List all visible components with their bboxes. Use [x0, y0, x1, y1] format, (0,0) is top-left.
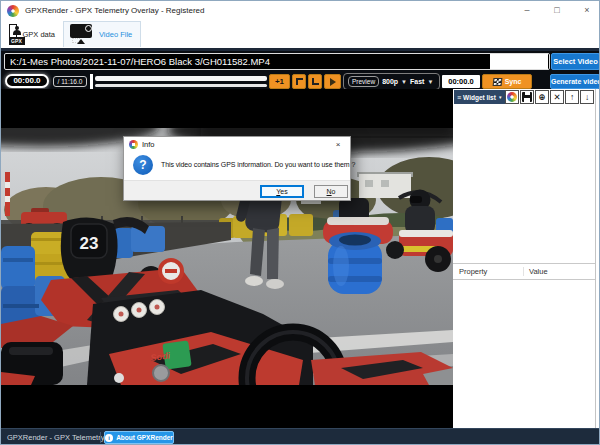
path-field-endcap	[490, 54, 548, 69]
info-icon: i	[105, 434, 113, 442]
save-widgets-button[interactable]	[520, 90, 534, 104]
speed-select[interactable]: Fast	[410, 78, 424, 85]
move-widget-down-button[interactable]: ↓	[580, 90, 594, 104]
mark-start-button[interactable]	[292, 74, 306, 89]
caret-down-icon: ▾	[499, 94, 502, 100]
status-bar: GPXRender - GPX Telemetry Overlay i Abou…	[1, 428, 599, 445]
preview-settings-group: Preview 800p ▼ Fast ▼	[343, 73, 440, 90]
panel-scroll-gutter	[595, 89, 596, 428]
status-divider	[100, 432, 101, 443]
play-icon	[330, 78, 336, 86]
widget-panel: ≡ Widget list ▾ ⊕ ✕ ↑ ↓ Property Value	[453, 89, 600, 428]
select-video-button[interactable]: Select Video	[551, 53, 600, 70]
video-path-field[interactable]: K:/1-Mes Photos/2021-11-07/HERO6 Black 3…	[4, 53, 550, 70]
resolution-select[interactable]: 800p	[382, 78, 398, 85]
tab-video-file[interactable]: Video File	[63, 21, 141, 47]
app-logo-icon	[7, 5, 19, 17]
dialog-message: This video contains GPS information. Do …	[161, 161, 355, 168]
blue-tire-stack	[328, 232, 382, 294]
no-button[interactable]: No	[314, 185, 348, 198]
tab-bar: GPX GPX data Video File	[1, 21, 599, 48]
dialog-app-icon	[129, 140, 138, 149]
about-button-label: About GPXRender	[116, 434, 173, 441]
play-button[interactable]	[324, 74, 341, 89]
seek-bar[interactable]	[90, 74, 268, 89]
property-table-body	[453, 280, 596, 428]
hamburger-icon: ≡	[457, 94, 461, 101]
track-pole	[5, 172, 10, 216]
sync-timecode-field[interactable]: 00:00.0	[442, 75, 480, 88]
move-widget-up-button[interactable]: ↑	[565, 90, 579, 104]
camera-icon	[70, 24, 94, 45]
mark-start-icon	[296, 78, 303, 85]
about-button[interactable]: i About GPXRender	[104, 431, 174, 444]
seek-handle[interactable]	[90, 74, 93, 89]
sync-button[interactable]: Sync	[482, 74, 532, 89]
property-table-header: Property Value	[453, 263, 596, 280]
speed-dropdown-icon[interactable]: ▼	[427, 79, 433, 85]
generate-video-button[interactable]: Generate video	[550, 74, 600, 89]
title-bar: GPXRender - GPX Telemetry Overlay - Regi…	[1, 1, 599, 21]
dialog-close-button[interactable]: ×	[331, 140, 345, 149]
checkered-flag-icon	[492, 78, 502, 86]
total-duration: / 11:16.0	[53, 76, 87, 87]
window-title: GPXRender - GPX Telemetry Overlay - Regi…	[25, 1, 204, 21]
yes-button[interactable]: Yes	[260, 185, 304, 198]
kart-number: 23	[80, 234, 99, 253]
video-toolbar-strip: K:/1-Mes Photos/2021-11-07/HERO6 Black 3…	[1, 48, 599, 89]
mark-end-button[interactable]	[308, 74, 322, 89]
current-timecode: 00:00.0	[5, 74, 49, 88]
property-column-header: Property	[453, 267, 523, 276]
add-widget-button[interactable]: ⊕	[535, 90, 549, 104]
seek-secondary-bar	[95, 84, 267, 87]
plus-one-frame-button[interactable]: +1	[269, 74, 290, 89]
mark-end-icon	[312, 78, 319, 85]
value-column-header: Value	[523, 267, 596, 276]
preview-label: Preview	[348, 76, 379, 87]
dialog-title-bar: Info ×	[124, 137, 350, 152]
delete-widget-button[interactable]: ✕	[550, 90, 564, 104]
maximize-button[interactable]: □	[543, 1, 571, 21]
info-dialog: Info × ? This video contains GPS informa…	[123, 136, 351, 201]
widget-list-area[interactable]	[453, 105, 596, 263]
app-window: GPXRender - GPX Telemetry Overlay - Regi…	[0, 0, 600, 445]
widget-list-dropdown[interactable]: ≡ Widget list ▾	[454, 90, 505, 104]
widget-list-label: Widget list	[463, 94, 496, 101]
widget-theme-button[interactable]	[505, 90, 519, 104]
tab-gpx-data[interactable]: GPX GPX data	[3, 21, 61, 47]
dialog-title: Info	[142, 140, 155, 149]
tab-video-label: Video File	[99, 30, 132, 39]
question-icon: ?	[133, 155, 153, 175]
close-button[interactable]: ×	[573, 1, 600, 21]
seek-progress-bar	[95, 76, 267, 81]
dialog-footer: Yes No	[124, 180, 350, 200]
save-icon	[522, 92, 532, 102]
colorful-pinwheel-icon	[507, 92, 517, 102]
gpx-file-icon: GPX	[9, 24, 17, 45]
minimize-button[interactable]: –	[513, 1, 541, 21]
tab-gpx-label: GPX data	[22, 30, 55, 39]
resolution-dropdown-icon[interactable]: ▼	[401, 79, 407, 85]
